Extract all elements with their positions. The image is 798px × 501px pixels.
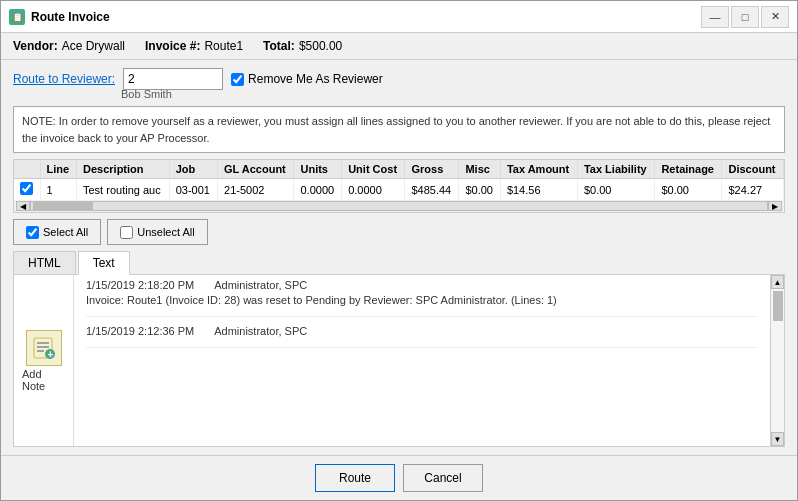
- row-unit-cost: 0.0000: [342, 179, 405, 201]
- row-retainage: $0.00: [655, 179, 722, 201]
- table-row: 1 Test routing auc 03-001 21-5002 0.0000…: [14, 179, 784, 201]
- vendor-value: Ace Drywall: [62, 39, 125, 53]
- total-info: Total: $500.00: [263, 39, 342, 53]
- close-button[interactable]: ✕: [761, 6, 789, 28]
- reviewer-input[interactable]: [123, 68, 223, 90]
- row-misc: $0.00: [459, 179, 500, 201]
- window-controls: — □ ✕: [701, 6, 789, 28]
- row-gross: $485.44: [405, 179, 459, 201]
- note-author-2: Administrator, SPC: [214, 325, 307, 337]
- horizontal-scroll-thumb[interactable]: [33, 202, 93, 210]
- notes-tabs-area: HTML Text +: [13, 251, 785, 447]
- note-meta-1: 1/15/2019 2:18:20 PM Administrator, SPC: [86, 279, 758, 291]
- select-all-checkbox-icon: [26, 226, 39, 239]
- scroll-down-arrow[interactable]: ▼: [771, 432, 784, 446]
- route-row: Route to Reviewer: Remove Me As Reviewer: [13, 68, 785, 90]
- row-gl-account: 21-5002: [218, 179, 294, 201]
- window-title: Route Invoice: [31, 10, 701, 24]
- unselect-all-button[interactable]: Unselect All: [107, 219, 207, 245]
- title-bar: 📋 Route Invoice — □ ✕: [1, 1, 797, 33]
- tab-html-label: HTML: [28, 256, 61, 270]
- horizontal-scrollbar-row: ◀ ▶: [14, 200, 784, 212]
- horizontal-scrollbar[interactable]: [30, 201, 768, 211]
- row-line: 1: [40, 179, 76, 201]
- notes-body: + Add Note 1/15/2019 2:18:20 PM Administ…: [13, 275, 785, 447]
- col-misc: Misc: [459, 160, 500, 179]
- row-checkbox-cell[interactable]: [14, 179, 40, 201]
- col-gross: Gross: [405, 160, 459, 179]
- main-content: Route to Reviewer: Remove Me As Reviewer…: [1, 60, 797, 455]
- col-tax-liability: Tax Liability: [577, 160, 654, 179]
- route-reviewer-section: Route to Reviewer: Remove Me As Reviewer…: [13, 68, 785, 100]
- note-entry-1: 1/15/2019 2:18:20 PM Administrator, SPC …: [86, 279, 758, 317]
- invoice-lines-table: Line Description Job GL Account Units Un…: [14, 160, 784, 200]
- table-scroll[interactable]: Line Description Job GL Account Units Un…: [14, 160, 784, 200]
- note-author-1: Administrator, SPC: [214, 279, 307, 291]
- add-note-label: Add Note: [22, 368, 65, 392]
- invoice-lines-table-container: Line Description Job GL Account Units Un…: [13, 159, 785, 213]
- col-job: Job: [169, 160, 217, 179]
- total-label: Total:: [263, 39, 295, 53]
- col-units: Units: [294, 160, 342, 179]
- footer: Route Cancel: [1, 455, 797, 500]
- tab-text[interactable]: Text: [78, 251, 130, 275]
- scroll-thumb[interactable]: [773, 291, 783, 321]
- row-tax-amount: $14.56: [500, 179, 577, 201]
- col-discount: Discount: [722, 160, 784, 179]
- header-info: Vendor: Ace Drywall Invoice #: Route1 To…: [1, 33, 797, 60]
- row-description: Test routing auc: [77, 179, 170, 201]
- remove-reviewer-checkbox-row: Remove Me As Reviewer: [231, 72, 383, 86]
- note-box-text: NOTE: In order to remove yourself as a r…: [22, 115, 770, 144]
- unselect-all-label: Unselect All: [137, 226, 194, 238]
- invoice-info: Invoice #: Route1: [145, 39, 243, 53]
- add-note-button[interactable]: + Add Note: [14, 275, 74, 446]
- main-window: 📋 Route Invoice — □ ✕ Vendor: Ace Drywal…: [0, 0, 798, 501]
- vendor-info: Vendor: Ace Drywall: [13, 39, 125, 53]
- tab-text-label: Text: [93, 256, 115, 270]
- invoice-label: Invoice #:: [145, 39, 200, 53]
- tab-html[interactable]: HTML: [13, 251, 76, 274]
- row-tax-liability: $0.00: [577, 179, 654, 201]
- note-box: NOTE: In order to remove yourself as a r…: [13, 106, 785, 153]
- note-meta-2: 1/15/2019 2:12:36 PM Administrator, SPC: [86, 325, 758, 337]
- col-retainage: Retainage: [655, 160, 722, 179]
- unselect-all-checkbox-icon: [120, 226, 133, 239]
- select-all-label: Select All: [43, 226, 88, 238]
- scroll-up-arrow[interactable]: ▲: [771, 275, 784, 289]
- scroll-right-arrow[interactable]: ▶: [768, 201, 782, 211]
- scroll-left-arrow[interactable]: ◀: [16, 201, 30, 211]
- note-entry-2: 1/15/2019 2:12:36 PM Administrator, SPC: [86, 325, 758, 348]
- total-value: $500.00: [299, 39, 342, 53]
- col-unit-cost: Unit Cost: [342, 160, 405, 179]
- row-units: 0.0000: [294, 179, 342, 201]
- minimize-button[interactable]: —: [701, 6, 729, 28]
- select-buttons-row: Select All Unselect All: [13, 219, 785, 245]
- select-all-button[interactable]: Select All: [13, 219, 101, 245]
- col-description: Description: [77, 160, 170, 179]
- col-tax-amount: Tax Amount: [500, 160, 577, 179]
- remove-reviewer-checkbox[interactable]: [231, 73, 244, 86]
- add-note-icon: +: [26, 330, 62, 366]
- col-gl-account: GL Account: [218, 160, 294, 179]
- col-checkbox: [14, 160, 40, 179]
- window-icon: 📋: [9, 9, 25, 25]
- note-date-1: 1/15/2019 2:18:20 PM: [86, 279, 194, 291]
- row-checkbox[interactable]: [20, 182, 33, 195]
- svg-text:+: +: [47, 349, 53, 360]
- cancel-button[interactable]: Cancel: [403, 464, 483, 492]
- scroll-track: [771, 289, 784, 432]
- note-text-1: Invoice: Route1 (Invoice ID: 28) was res…: [86, 293, 758, 308]
- vertical-scrollbar[interactable]: ▲ ▼: [770, 275, 784, 446]
- note-date-2: 1/15/2019 2:12:36 PM: [86, 325, 194, 337]
- row-job: 03-001: [169, 179, 217, 201]
- vendor-label: Vendor:: [13, 39, 58, 53]
- row-discount: $24.27: [722, 179, 784, 201]
- table-header-row: Line Description Job GL Account Units Un…: [14, 160, 784, 179]
- maximize-button[interactable]: □: [731, 6, 759, 28]
- route-to-reviewer-link[interactable]: Route to Reviewer:: [13, 72, 115, 86]
- route-button[interactable]: Route: [315, 464, 395, 492]
- notes-content: 1/15/2019 2:18:20 PM Administrator, SPC …: [80, 275, 764, 446]
- tabs-row: HTML Text: [13, 251, 785, 275]
- invoice-value: Route1: [204, 39, 243, 53]
- remove-reviewer-label[interactable]: Remove Me As Reviewer: [248, 72, 383, 86]
